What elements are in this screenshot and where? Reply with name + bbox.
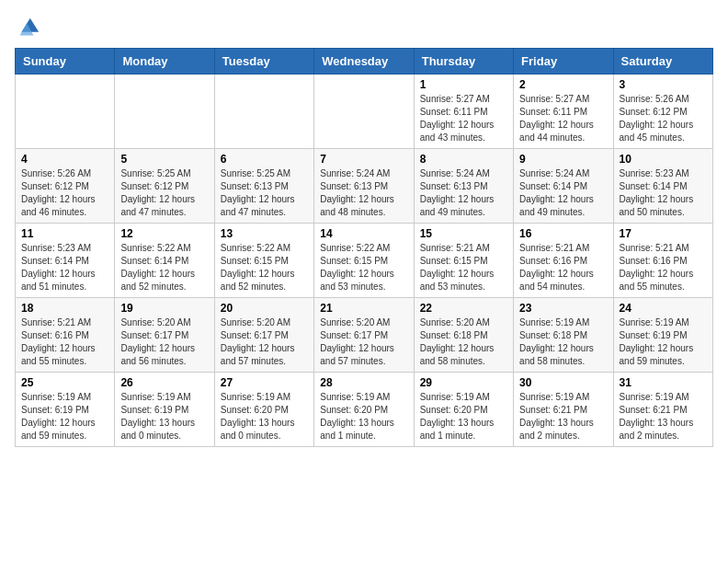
day-number: 6 <box>221 153 308 166</box>
weekday-header: Wednesday <box>314 49 414 75</box>
weekday-header: Saturday <box>613 49 712 75</box>
day-info: Sunrise: 5:20 AMSunset: 6:17 PMDaylight:… <box>120 316 208 368</box>
calendar-cell: 8Sunrise: 5:24 AMSunset: 6:13 PMDaylight… <box>414 149 513 224</box>
day-info: Sunrise: 5:19 AMSunset: 6:19 PMDaylight:… <box>21 391 108 442</box>
day-info: Sunrise: 5:19 AMSunset: 6:21 PMDaylight:… <box>519 391 607 442</box>
day-number: 5 <box>120 153 208 166</box>
day-info: Sunrise: 5:23 AMSunset: 6:14 PMDaylight:… <box>21 242 108 293</box>
calendar-cell: 21Sunrise: 5:20 AMSunset: 6:17 PMDayligh… <box>314 298 414 373</box>
calendar-cell: 13Sunrise: 5:22 AMSunset: 6:15 PMDayligh… <box>214 224 313 298</box>
day-info: Sunrise: 5:21 AMSunset: 6:16 PMDaylight:… <box>620 242 707 293</box>
calendar-cell: 25Sunrise: 5:19 AMSunset: 6:19 PMDayligh… <box>16 373 115 447</box>
day-number: 17 <box>620 227 707 240</box>
day-info: Sunrise: 5:20 AMSunset: 6:18 PMDaylight:… <box>420 316 507 368</box>
logo <box>15 15 44 40</box>
day-number: 3 <box>620 78 707 91</box>
calendar-cell: 2Sunrise: 5:27 AMSunset: 6:11 PMDaylight… <box>514 75 613 149</box>
calendar-cell: 1Sunrise: 5:27 AMSunset: 6:11 PMDaylight… <box>414 75 513 149</box>
day-number: 22 <box>420 302 507 315</box>
day-info: Sunrise: 5:25 AMSunset: 6:13 PMDaylight:… <box>221 167 308 219</box>
day-info: Sunrise: 5:22 AMSunset: 6:15 PMDaylight:… <box>221 242 308 293</box>
day-number: 25 <box>21 376 108 389</box>
calendar-cell <box>314 75 414 149</box>
calendar-cell: 3Sunrise: 5:26 AMSunset: 6:12 PMDaylight… <box>613 75 712 149</box>
calendar-table: SundayMondayTuesdayWednesdayThursdayFrid… <box>15 48 713 447</box>
day-info: Sunrise: 5:26 AMSunset: 6:12 PMDaylight:… <box>620 93 707 144</box>
calendar-cell: 10Sunrise: 5:23 AMSunset: 6:14 PMDayligh… <box>613 149 712 224</box>
day-info: Sunrise: 5:27 AMSunset: 6:11 PMDaylight:… <box>420 93 507 144</box>
logo-icon <box>15 15 40 40</box>
calendar-cell: 5Sunrise: 5:25 AMSunset: 6:12 PMDaylight… <box>115 149 214 224</box>
day-number: 28 <box>320 376 407 389</box>
calendar-cell: 9Sunrise: 5:24 AMSunset: 6:14 PMDaylight… <box>514 149 613 224</box>
day-number: 2 <box>519 78 607 91</box>
day-number: 8 <box>420 153 507 166</box>
weekday-header: Friday <box>514 49 613 75</box>
day-number: 13 <box>221 227 308 240</box>
calendar-cell: 24Sunrise: 5:19 AMSunset: 6:19 PMDayligh… <box>613 298 712 373</box>
day-number: 27 <box>221 376 308 389</box>
calendar-cell: 4Sunrise: 5:26 AMSunset: 6:12 PMDaylight… <box>16 149 115 224</box>
day-info: Sunrise: 5:24 AMSunset: 6:13 PMDaylight:… <box>320 167 407 219</box>
calendar-cell: 16Sunrise: 5:21 AMSunset: 6:16 PMDayligh… <box>514 224 613 298</box>
day-number: 24 <box>620 302 707 315</box>
calendar-cell <box>16 75 115 149</box>
calendar-cell: 18Sunrise: 5:21 AMSunset: 6:16 PMDayligh… <box>16 298 115 373</box>
day-info: Sunrise: 5:19 AMSunset: 6:20 PMDaylight:… <box>420 391 507 442</box>
day-info: Sunrise: 5:26 AMSunset: 6:12 PMDaylight:… <box>21 167 108 219</box>
day-number: 12 <box>120 227 208 240</box>
day-info: Sunrise: 5:19 AMSunset: 6:18 PMDaylight:… <box>519 316 607 368</box>
calendar-cell: 12Sunrise: 5:22 AMSunset: 6:14 PMDayligh… <box>115 224 214 298</box>
calendar-cell <box>214 75 313 149</box>
calendar-cell: 22Sunrise: 5:20 AMSunset: 6:18 PMDayligh… <box>414 298 513 373</box>
day-info: Sunrise: 5:21 AMSunset: 6:16 PMDaylight:… <box>519 242 607 293</box>
day-info: Sunrise: 5:21 AMSunset: 6:16 PMDaylight:… <box>21 316 108 368</box>
day-number: 7 <box>320 153 407 166</box>
calendar-cell: 27Sunrise: 5:19 AMSunset: 6:20 PMDayligh… <box>214 373 313 447</box>
day-number: 10 <box>620 153 707 166</box>
day-info: Sunrise: 5:19 AMSunset: 6:20 PMDaylight:… <box>221 391 308 442</box>
weekday-header: Thursday <box>414 49 513 75</box>
calendar-cell: 31Sunrise: 5:19 AMSunset: 6:21 PMDayligh… <box>613 373 712 447</box>
day-number: 14 <box>320 227 407 240</box>
day-number: 9 <box>519 153 607 166</box>
day-number: 29 <box>420 376 507 389</box>
day-info: Sunrise: 5:20 AMSunset: 6:17 PMDaylight:… <box>221 316 308 368</box>
day-info: Sunrise: 5:19 AMSunset: 6:19 PMDaylight:… <box>620 316 707 368</box>
day-number: 4 <box>21 153 108 166</box>
day-number: 23 <box>519 302 607 315</box>
day-number: 30 <box>519 376 607 389</box>
calendar-cell: 17Sunrise: 5:21 AMSunset: 6:16 PMDayligh… <box>613 224 712 298</box>
calendar-cell: 14Sunrise: 5:22 AMSunset: 6:15 PMDayligh… <box>314 224 414 298</box>
day-info: Sunrise: 5:25 AMSunset: 6:12 PMDaylight:… <box>120 167 208 219</box>
calendar-cell: 7Sunrise: 5:24 AMSunset: 6:13 PMDaylight… <box>314 149 414 224</box>
weekday-header: Monday <box>115 49 214 75</box>
header <box>15 15 713 40</box>
day-number: 20 <box>221 302 308 315</box>
day-info: Sunrise: 5:19 AMSunset: 6:21 PMDaylight:… <box>620 391 707 442</box>
calendar-cell: 6Sunrise: 5:25 AMSunset: 6:13 PMDaylight… <box>214 149 313 224</box>
day-info: Sunrise: 5:23 AMSunset: 6:14 PMDaylight:… <box>620 167 707 219</box>
day-number: 15 <box>420 227 507 240</box>
weekday-header: Sunday <box>16 49 115 75</box>
day-number: 26 <box>120 376 208 389</box>
day-info: Sunrise: 5:19 AMSunset: 6:20 PMDaylight:… <box>320 391 407 442</box>
day-info: Sunrise: 5:19 AMSunset: 6:19 PMDaylight:… <box>120 391 208 442</box>
calendar-cell: 15Sunrise: 5:21 AMSunset: 6:15 PMDayligh… <box>414 224 513 298</box>
day-number: 21 <box>320 302 407 315</box>
weekday-header: Tuesday <box>214 49 313 75</box>
day-info: Sunrise: 5:21 AMSunset: 6:15 PMDaylight:… <box>420 242 507 293</box>
day-number: 18 <box>21 302 108 315</box>
calendar-cell: 29Sunrise: 5:19 AMSunset: 6:20 PMDayligh… <box>414 373 513 447</box>
day-number: 19 <box>120 302 208 315</box>
calendar-cell: 28Sunrise: 5:19 AMSunset: 6:20 PMDayligh… <box>314 373 414 447</box>
day-number: 31 <box>620 376 707 389</box>
day-number: 1 <box>420 78 507 91</box>
day-info: Sunrise: 5:27 AMSunset: 6:11 PMDaylight:… <box>519 93 607 144</box>
day-number: 11 <box>21 227 108 240</box>
calendar-cell: 23Sunrise: 5:19 AMSunset: 6:18 PMDayligh… <box>514 298 613 373</box>
calendar-cell <box>115 75 214 149</box>
day-number: 16 <box>519 227 607 240</box>
calendar-cell: 30Sunrise: 5:19 AMSunset: 6:21 PMDayligh… <box>514 373 613 447</box>
day-info: Sunrise: 5:22 AMSunset: 6:14 PMDaylight:… <box>120 242 208 293</box>
